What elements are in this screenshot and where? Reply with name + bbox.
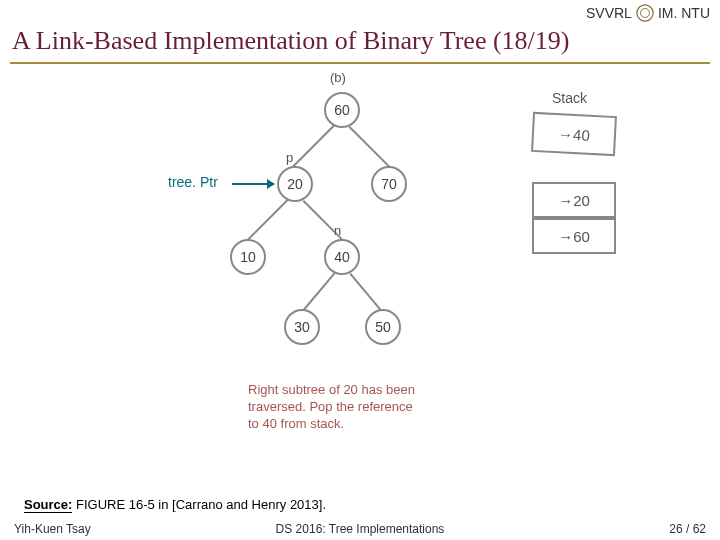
footer: Yih-Kuen Tsay DS 2016: Tree Implementati…: [0, 522, 720, 536]
node-value: 60: [334, 102, 350, 118]
source-label: Source:: [24, 497, 72, 513]
tree-edge: [291, 125, 335, 169]
header-bar: SVVRL IM. NTU: [0, 0, 720, 24]
tree-node-left: 20: [277, 166, 313, 202]
footer-course: DS 2016: Tree Implementations: [14, 522, 706, 536]
tree-node-lrl: 30: [284, 309, 320, 345]
node-value: 70: [381, 176, 397, 192]
tree-node-root: 60: [324, 92, 360, 128]
node-value: 50: [375, 319, 391, 335]
svg-point-0: [637, 5, 653, 21]
source-text: FIGURE 16-5 in [Carrano and Henry 2013].: [72, 497, 326, 512]
treeptr-arrow-icon: [232, 183, 274, 185]
panel-label: (b): [330, 70, 346, 85]
treeptr-label: tree. Ptr: [168, 174, 218, 190]
caption-line: traversed. Pop the reference: [248, 399, 413, 414]
stack-value: →40: [558, 125, 591, 144]
tree-edge: [245, 199, 289, 243]
svg-point-1: [640, 9, 649, 18]
tree-node-ll: 10: [230, 239, 266, 275]
stack-item-top: →40: [531, 112, 617, 156]
stack-value: →60: [558, 228, 590, 245]
tree-edge: [349, 126, 393, 170]
node-value: 10: [240, 249, 256, 265]
figure-area: (b) 60 20 70 10 40 30 50 p n tree. Ptr S…: [0, 64, 720, 444]
stack-item: →60: [532, 218, 616, 254]
footer-author: Yih-Kuen Tsay: [14, 522, 91, 536]
source-line: Source: FIGURE 16-5 in [Carrano and Henr…: [24, 497, 326, 512]
university-logo-icon: [636, 4, 654, 22]
tree-node-lrr: 50: [365, 309, 401, 345]
node-value: 20: [287, 176, 303, 192]
slide-title: A Link-Based Implementation of Binary Tr…: [0, 24, 720, 62]
stack-title: Stack: [552, 90, 587, 106]
org-left: SVVRL: [586, 5, 632, 21]
footer-page: 26 / 62: [669, 522, 706, 536]
node-value: 30: [294, 319, 310, 335]
node-value: 40: [334, 249, 350, 265]
caption-line: Right subtree of 20 has been: [248, 382, 415, 397]
tree-node-lr: 40: [324, 239, 360, 275]
pointer-n-label: n: [334, 223, 341, 238]
stack-item: →20: [532, 182, 616, 218]
caption-line: to 40 from stack.: [248, 416, 344, 431]
stack-value: →20: [558, 192, 590, 209]
org-right: IM. NTU: [658, 5, 710, 21]
pointer-p-label: p: [286, 150, 293, 165]
figure-caption: Right subtree of 20 has been traversed. …: [248, 382, 415, 433]
tree-node-right: 70: [371, 166, 407, 202]
